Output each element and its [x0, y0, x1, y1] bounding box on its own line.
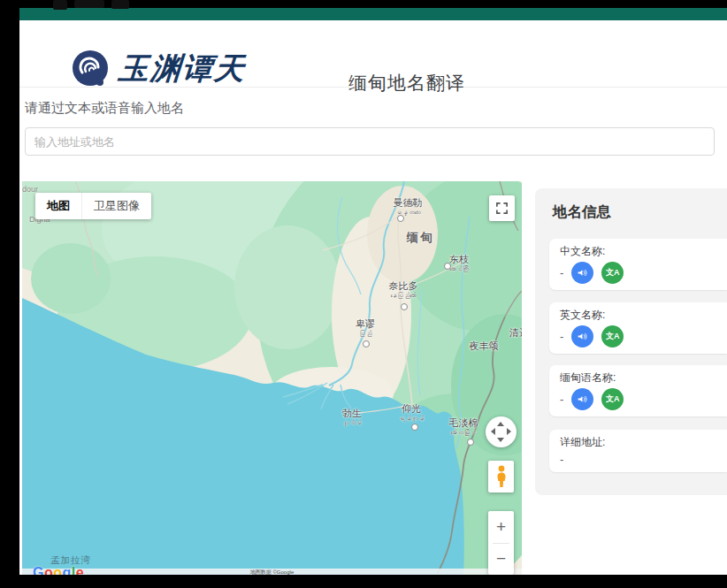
- page-title: 缅甸地名翻译: [348, 71, 465, 95]
- burmese-translate-button[interactable]: 文A: [601, 388, 624, 410]
- map-city-label: 卑谬 ပြည်: [356, 318, 375, 340]
- chinese-translate-button[interactable]: 文A: [601, 262, 624, 284]
- map-city-label: 勃生 ပုသိမ်: [342, 408, 362, 429]
- city-dot: [397, 215, 404, 222]
- city-dot: [363, 340, 370, 347]
- zoom-in-button[interactable]: +: [488, 511, 514, 543]
- cropped-overlay-mark: [74, 0, 104, 8]
- zoom-control: + −: [488, 511, 514, 575]
- city-dot: [444, 263, 451, 270]
- map-type-satellite-button[interactable]: 卫星图像: [81, 193, 151, 219]
- speaker-icon: [577, 331, 588, 342]
- map-city-label: 奈比多 နေပြည်တော်: [389, 280, 418, 302]
- translate-icon: 文A: [606, 332, 620, 340]
- english-translate-button[interactable]: 文A: [601, 325, 624, 347]
- burmese-name-label: 缅甸语名称:: [560, 371, 716, 385]
- pan-down-icon: [497, 438, 504, 442]
- map-city-label: 仰光 ရန်ကုန်: [399, 403, 425, 424]
- pan-left-icon: [491, 428, 495, 435]
- search-input[interactable]: [25, 127, 715, 156]
- city-dot: [411, 424, 418, 431]
- brand-top-bar: [14, 8, 727, 20]
- pan-right-icon: [507, 428, 511, 435]
- map-city-label: 毛淡棉 မော်လမြိုင်: [449, 417, 478, 439]
- google-logo: Google: [33, 565, 84, 575]
- cropped-overlay-mark: [53, 0, 67, 10]
- burmese-speak-button[interactable]: [571, 388, 593, 410]
- chinese-speak-button[interactable]: [571, 262, 593, 284]
- english-name-value: -: [560, 330, 563, 343]
- city-dot: [467, 439, 474, 446]
- logo-icon: [71, 49, 111, 89]
- letterbox-top: [0, 0, 727, 8]
- chinese-name-label: 中文名称:: [560, 245, 716, 258]
- english-speak-button[interactable]: [571, 325, 593, 347]
- translate-icon: 文A: [606, 395, 620, 403]
- panel-title: 地名信息: [553, 202, 611, 222]
- map-city-label: 夜丰颂: [470, 340, 499, 351]
- address-label: 详细地址:: [560, 436, 716, 449]
- english-name-label: 英文名称:: [560, 309, 716, 322]
- english-name-card: 英文名称: - 文A: [549, 302, 727, 354]
- page-header: 玉渊谭天 缅甸地名翻译: [19, 20, 727, 88]
- address-card: 详细地址: -: [549, 430, 727, 472]
- fullscreen-icon: [495, 202, 509, 215]
- street-view-pegman-button[interactable]: [488, 461, 514, 493]
- pan-control[interactable]: [486, 416, 517, 447]
- pegman-icon: [494, 465, 509, 488]
- cropped-overlay-mark: [111, 0, 129, 9]
- chinese-name-value: -: [560, 266, 563, 279]
- map-country-label: 缅甸: [407, 230, 434, 246]
- burmese-name-value: -: [560, 393, 563, 406]
- city-dot: [401, 303, 408, 310]
- address-value: -: [560, 453, 563, 466]
- map-terrain: [22, 181, 522, 575]
- map-type-control: 地图 卫星图像: [35, 193, 151, 219]
- zoom-out-button[interactable]: −: [488, 544, 514, 576]
- map-city-label: 清迈: [509, 327, 522, 338]
- speaker-icon: [577, 267, 588, 279]
- letterbox-left: [0, 0, 19, 588]
- search-instruction-label: 请通过文本或语音输入地名: [25, 100, 184, 117]
- pan-up-icon: [497, 422, 504, 426]
- place-info-panel: 地名信息 中文名称: - 文A 英文名称: -: [535, 188, 727, 495]
- map-attribution: 地图数据 ©Google: [22, 569, 522, 575]
- fullscreen-button[interactable]: [489, 195, 515, 221]
- speaker-icon: [577, 393, 588, 405]
- letterbox-bottom: [0, 575, 727, 588]
- map-type-map-button[interactable]: 地图: [35, 193, 81, 219]
- map-city-label: 东枝 တောင်ကြီး: [449, 254, 469, 275]
- logo: 玉渊谭天: [71, 49, 246, 89]
- burmese-name-card: 缅甸语名称: - 文A: [549, 365, 727, 416]
- map-canvas[interactable]: 地图 卫星图像 + − 缅甸 曼德勒 မန္တလေး 东枝 တောင်ကြီး: [22, 181, 522, 575]
- logo-text: 玉渊谭天: [117, 49, 247, 89]
- chinese-name-card: 中文名称: - 文A: [549, 239, 727, 290]
- translate-icon: 文A: [606, 269, 620, 277]
